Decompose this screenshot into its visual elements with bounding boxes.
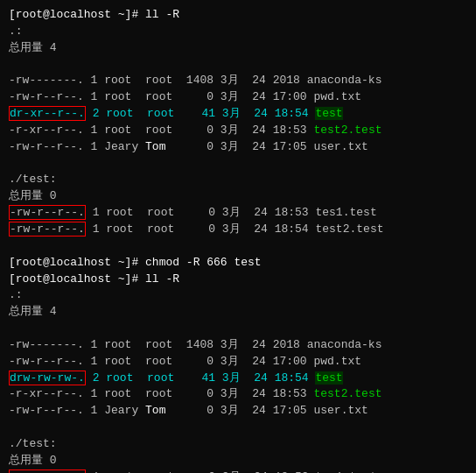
- test2-label-2: test2.test: [313, 387, 382, 400]
- blank-line-1: [9, 57, 467, 74]
- file-test2-1: -r-xr--r--. 1 root root 0 3月 24 18:53 te…: [9, 123, 467, 139]
- file-user-1: -rw-r--r--. 1 Jeary Tom 0 3月 24 17:05 us…: [9, 139, 467, 156]
- test-label-1: test: [315, 107, 342, 120]
- file-test2-2: -r-xr--r--. 1 root root 0 3月 24 18:53 te…: [9, 386, 467, 403]
- test2-label-1: test2.test: [313, 124, 382, 137]
- tfile-tes1-1: -rw-r--r--. 1 root root 0 3月 24 18:53 te…: [9, 205, 467, 222]
- blank-line-4: [9, 321, 467, 337]
- total-line-2: 总用量 0: [9, 188, 467, 205]
- file-pwd-2: -rw-r--r--. 1 root root 0 3月 24 17:00 pw…: [9, 354, 467, 371]
- tfile-tes1-2: -rw-rw-rw-. 1 root root 0 3月 24 18:53 te…: [9, 469, 467, 473]
- dir-highlight-2: drw-rw-rw-.: [9, 371, 86, 385]
- red-border-tes1: -rw-r--r--.: [9, 205, 86, 220]
- total-line-4: 总用量 0: [9, 453, 467, 469]
- total-line-3: 总用量 4: [9, 304, 467, 321]
- dir-highlight-1: dr-xr--r--.: [9, 106, 86, 121]
- blank-line-3: [9, 238, 467, 255]
- file-test-dir-2: drw-rw-rw-. 2 root root 41 3月 24 18:54 t…: [9, 371, 467, 387]
- file-test-dir-1: dr-xr--r--. 2 root root 41 3月 24 18:54 t…: [9, 106, 467, 123]
- red-border-test2: -rw-r--r--.: [9, 222, 86, 236]
- total-line-1: 总用量 4: [9, 40, 467, 57]
- test-label-2: test: [315, 371, 342, 385]
- testdir-label-1: ./test:: [9, 172, 467, 188]
- file-pwd-1: -rw-r--r--. 1 root root 0 3月 24 17:00 pw…: [9, 89, 467, 106]
- prompt-line-1: [root@localhost ~]# ll -R: [9, 7, 467, 24]
- testdir-label-2: ./test:: [9, 436, 467, 453]
- file-user-2: -rw-r--r--. 1 Jeary Tom 0 3月 24 17:05 us…: [9, 403, 467, 420]
- blank-line-5: [9, 420, 467, 436]
- red-border-tes1-2: -rw-rw-rw-.: [9, 469, 86, 473]
- tfile-test2-1: -rw-r--r--. 1 root root 0 3月 24 18:54 te…: [9, 222, 467, 238]
- file-anaconda-2: -rw-------. 1 root root 1408 3月 24 2018 …: [9, 337, 467, 354]
- terminal-container: [root@localhost ~]# ll -R .: 总用量 4 -rw--…: [9, 7, 467, 473]
- prompt-line-2: [root@localhost ~]# ll -R: [9, 272, 467, 288]
- tom-label-1: Tom: [145, 140, 165, 153]
- prompt-chmod: [root@localhost ~]# chmod -R 666 test: [9, 255, 467, 272]
- blank-line-2: [9, 156, 467, 173]
- dir-rest-1: 2 root root 41 3月 24 18:54 test: [86, 107, 343, 120]
- tom-label-2: Tom: [145, 404, 165, 417]
- dots-line-2: .:: [9, 287, 467, 304]
- file-anaconda-1: -rw-------. 1 root root 1408 3月 24 2018 …: [9, 73, 467, 89]
- dir-rest-2: 2 root root 41 3月 24 18:54 test: [86, 371, 343, 385]
- dots-line-1: .:: [9, 24, 467, 40]
